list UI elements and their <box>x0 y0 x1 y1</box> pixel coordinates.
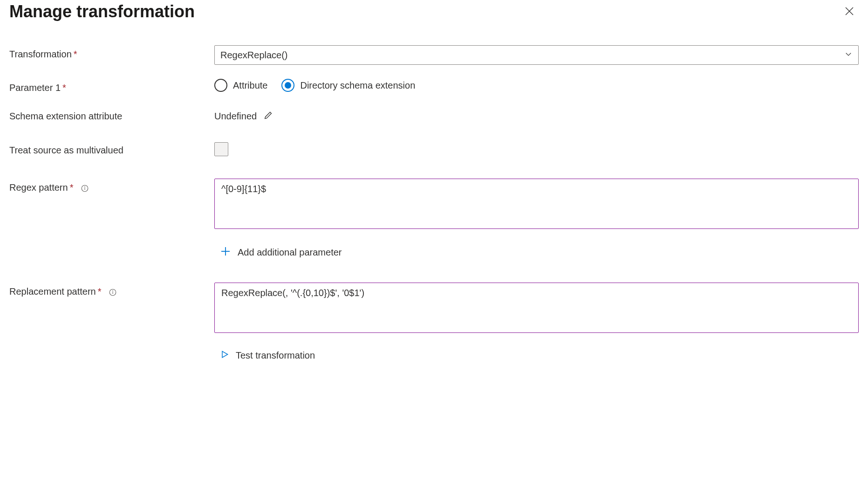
regex-pattern-label: Regex pattern* <box>9 179 214 193</box>
regex-pattern-input[interactable] <box>214 179 859 229</box>
add-parameter-label: Add additional parameter <box>238 247 342 258</box>
radio-circle-selected-icon <box>281 79 294 92</box>
regex-pattern-label-text: Regex pattern <box>9 182 68 193</box>
radio-attribute-label: Attribute <box>233 80 267 91</box>
plus-icon <box>220 246 231 259</box>
svg-point-4 <box>85 187 85 187</box>
chevron-down-icon <box>844 50 853 61</box>
edit-icon[interactable] <box>263 110 273 123</box>
info-icon[interactable] <box>109 288 117 297</box>
radio-directory-label: Directory schema extension <box>300 80 415 91</box>
required-asterisk: * <box>98 286 102 297</box>
required-asterisk: * <box>74 49 77 59</box>
schema-extension-label: Schema extension attribute <box>9 107 214 122</box>
close-button[interactable] <box>840 2 859 22</box>
page-title: Manage transformation <box>9 2 195 21</box>
multivalued-checkbox[interactable] <box>214 142 228 156</box>
required-asterisk: * <box>70 182 74 193</box>
radio-dot-icon <box>285 82 291 89</box>
add-additional-parameter-button[interactable]: Add additional parameter <box>214 246 859 259</box>
play-icon <box>220 350 229 361</box>
transformation-label: Transformation* <box>9 45 214 60</box>
info-icon[interactable] <box>81 184 89 193</box>
transformation-label-text: Transformation <box>9 49 72 59</box>
svg-marker-10 <box>222 351 228 357</box>
parameter1-label-text: Parameter 1 <box>9 83 61 93</box>
test-transformation-button[interactable]: Test transformation <box>214 350 859 361</box>
replacement-pattern-label: Replacement pattern* <box>9 283 214 297</box>
svg-point-9 <box>113 290 113 291</box>
close-icon <box>844 6 855 18</box>
replacement-pattern-label-text: Replacement pattern <box>9 286 96 297</box>
radio-circle-icon <box>214 79 227 92</box>
schema-extension-value: Undefined <box>214 111 257 122</box>
transformation-dropdown[interactable]: RegexReplace() <box>214 45 859 65</box>
test-transformation-label: Test transformation <box>236 350 315 361</box>
replacement-pattern-input[interactable] <box>214 283 859 333</box>
required-asterisk: * <box>62 83 66 93</box>
multivalued-label: Treat source as multivalued <box>9 141 214 156</box>
radio-attribute[interactable]: Attribute <box>214 79 267 92</box>
radio-directory-schema-extension[interactable]: Directory schema extension <box>281 79 415 92</box>
parameter1-label: Parameter 1* <box>9 79 214 93</box>
transformation-dropdown-value: RegexReplace() <box>220 50 288 61</box>
